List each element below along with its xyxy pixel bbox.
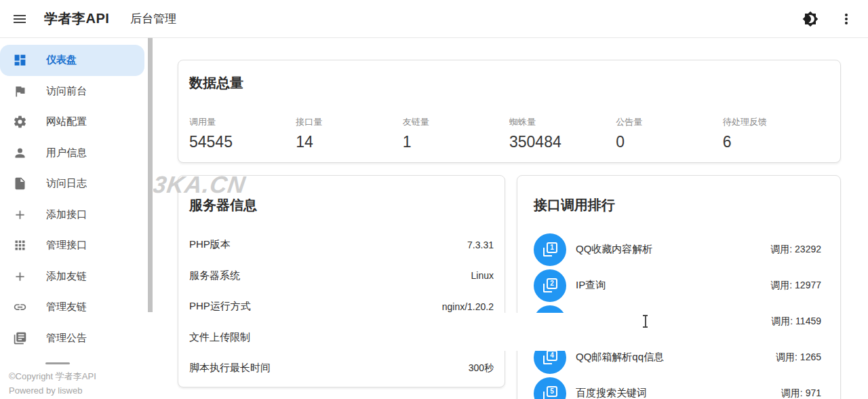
- rank-2-badge-icon: 2: [534, 269, 566, 302]
- server-row-max-exec-time: 脚本执行最长时间 300秒: [189, 353, 494, 384]
- plus-icon: [13, 269, 27, 284]
- stat-value: 14: [296, 134, 402, 150]
- stat-spiders: 蜘蛛量 350484: [509, 117, 616, 150]
- api-rank-card: 接口调用排行 1 QQ收藏内容解析 调用: 23292 2 IP查询 调用: 1…: [517, 175, 841, 399]
- stats-card-title: 数据总量: [189, 74, 829, 92]
- server-card-title: 服务器信息: [189, 196, 494, 214]
- dashboard-icon: [13, 53, 27, 67]
- stat-announcements: 公告量 0: [616, 117, 722, 150]
- link-icon: [13, 300, 27, 314]
- stat-value: 1: [403, 134, 509, 150]
- stat-value: 54545: [189, 134, 296, 150]
- sidebar: 仪表盘 访问前台 网站配置 用户信息 访问日志: [0, 38, 153, 399]
- apps-icon: [13, 238, 27, 252]
- sidebar-item-manage-api[interactable]: 管理接口: [0, 230, 153, 261]
- stat-pending-feedback: 待处理反馈 6: [723, 117, 829, 150]
- rank-row-2: 2 IP查询 调用: 12977: [517, 267, 840, 303]
- stat-label: 待处理反馈: [723, 117, 829, 127]
- server-row-label: PHP版本: [189, 238, 231, 251]
- sidebar-item-manage-announcements[interactable]: 管理公告: [0, 323, 153, 354]
- server-row-label: 脚本执行最长时间: [189, 362, 271, 375]
- sidebar-item-manage-links[interactable]: 管理友链: [0, 292, 153, 323]
- rank-call-count: 调用: 971: [781, 387, 821, 399]
- stat-value: 6: [723, 134, 829, 150]
- sidebar-item-add-link[interactable]: 添加友链: [0, 261, 153, 292]
- app-title: 学者李API: [44, 10, 109, 28]
- sidebar-item-add-api[interactable]: 添加接口: [0, 200, 153, 231]
- server-row-value: 300秒: [469, 362, 494, 375]
- server-row-label: 服务器系统: [189, 269, 240, 282]
- rank-5-badge-icon: 5: [534, 377, 566, 399]
- rank-card-title: 接口调用排行: [534, 196, 840, 214]
- sidebar-scrollbar[interactable]: [148, 38, 153, 312]
- stat-value: 0: [616, 134, 722, 150]
- rank-call-count: 调用: 11459: [771, 316, 821, 328]
- rank-row-5: 5 百度搜索关键词 调用: 971: [517, 375, 840, 399]
- copyright-text: ©Copyright 学者李API: [9, 369, 96, 383]
- server-row-os: 服务器系统 Linux: [189, 261, 494, 292]
- server-row-label: PHP运行方式: [189, 300, 251, 313]
- rank-api-name: QQ收藏内容解析: [576, 243, 652, 256]
- sidebar-item-access-log[interactable]: 访问日志: [0, 168, 153, 200]
- stat-links: 友链量 1: [403, 117, 509, 150]
- flag-icon: [13, 84, 27, 98]
- server-row-php-version: PHP版本 7.3.31: [189, 229, 494, 261]
- sidebar-item-label: 添加友链: [46, 270, 87, 283]
- file-icon: [13, 176, 27, 191]
- gear-icon: [13, 115, 27, 129]
- rank-call-count: 调用: 23292: [770, 244, 821, 256]
- stat-apis: 接口量 14: [296, 117, 402, 150]
- censor-overlay: [292, 313, 702, 351]
- sidebar-item-label: 访问前台: [46, 85, 87, 98]
- menu-icon[interactable]: [12, 11, 28, 27]
- library-icon: [13, 331, 27, 345]
- app-bar: 学者李API 后台管理: [0, 0, 868, 38]
- server-row-label: 文件上传限制: [189, 331, 250, 344]
- plus-icon: [13, 208, 27, 222]
- theme-toggle-icon[interactable]: [802, 11, 818, 27]
- rank-api-name: QQ邮箱解析qq信息: [576, 351, 664, 364]
- sidebar-item-label: 网站配置: [46, 115, 87, 128]
- rank-api-name: 百度搜索关键词: [576, 387, 647, 399]
- rank-1-badge-icon: 1: [534, 233, 566, 266]
- stat-label: 友链量: [403, 117, 509, 127]
- sidebar-item-user-info[interactable]: 用户信息: [0, 138, 153, 169]
- rank-call-count: 调用: 12977: [770, 280, 821, 292]
- stat-calls: 调用量 54545: [189, 117, 296, 150]
- sidebar-item-label: 管理公告: [46, 332, 87, 345]
- sidebar-item-label: 用户信息: [46, 147, 87, 159]
- server-row-value: nginx/1.20.2: [442, 301, 494, 312]
- user-icon: [13, 146, 27, 160]
- rank-row-1: 1 QQ收藏内容解析 调用: 23292: [517, 231, 840, 267]
- sidebar-item-label: 添加接口: [46, 208, 87, 221]
- sidebar-footer: ©Copyright 学者李API Powered by lisweb: [9, 369, 96, 398]
- divider-dash: [45, 362, 70, 364]
- stat-label: 蜘蛛量: [509, 117, 616, 127]
- stats-card: 数据总量 调用量 54545 接口量 14 友链量 1 蜘蛛量 350484 公…: [178, 60, 841, 163]
- text-cursor-icon: [642, 315, 648, 328]
- stat-value: 350484: [509, 134, 616, 150]
- rank-api-name: IP查询: [576, 279, 606, 292]
- stat-label: 接口量: [296, 117, 402, 127]
- sidebar-item-label: 访问日志: [46, 177, 87, 190]
- sidebar-item-visit-front[interactable]: 访问前台: [0, 76, 153, 107]
- powered-by-text: Powered by lisweb: [9, 383, 96, 398]
- sidebar-item-site-config[interactable]: 网站配置: [0, 107, 153, 138]
- server-row-value: 7.3.31: [467, 240, 494, 250]
- server-row-value: Linux: [471, 270, 494, 281]
- rank-call-count: 调用: 1265: [776, 352, 821, 364]
- server-info-card: 服务器信息 PHP版本 7.3.31 服务器系统 Linux PHP运行方式 n…: [178, 175, 505, 387]
- sidebar-item-label: 管理友链: [46, 301, 87, 314]
- stat-label: 公告量: [616, 117, 722, 127]
- section-title: 后台管理: [130, 11, 176, 26]
- kebab-menu-icon[interactable]: [838, 11, 854, 27]
- sidebar-item-dashboard[interactable]: 仪表盘: [0, 45, 144, 76]
- stat-label: 调用量: [189, 117, 296, 127]
- sidebar-item-label: 仪表盘: [46, 54, 77, 66]
- sidebar-item-label: 管理接口: [46, 239, 87, 252]
